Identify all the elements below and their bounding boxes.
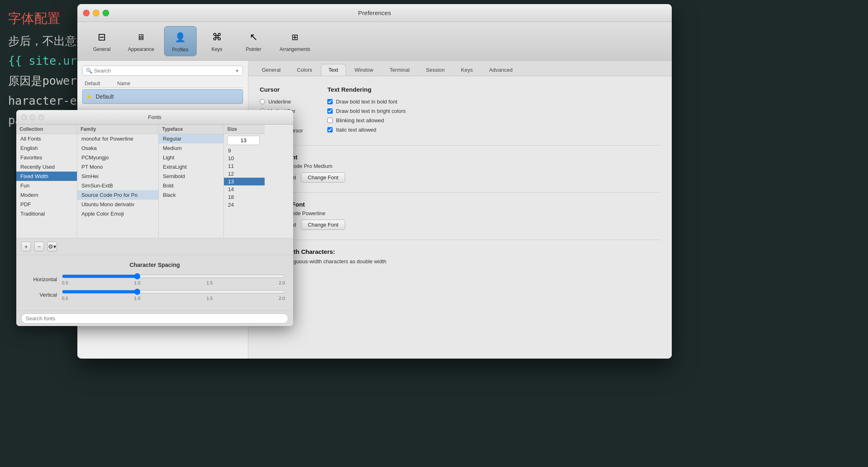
horizontal-ticks: 0.51.01.52.0 xyxy=(62,280,285,285)
collection-favorites[interactable]: Favorites xyxy=(16,153,77,162)
horizontal-spacing-row: Horizontal 0.51.01.52.0 xyxy=(24,273,285,285)
typeface-light[interactable]: Light xyxy=(159,153,224,162)
fonts-traffic-lights xyxy=(21,115,44,120)
blinking-text-option[interactable]: Blinking text allowed xyxy=(327,117,406,123)
family-pcmyungjo[interactable]: PCMyungjo xyxy=(77,153,158,162)
fonts-zoom-button[interactable] xyxy=(38,115,44,120)
draw-bold-font-checkbox[interactable] xyxy=(327,99,333,104)
horizontal-slider[interactable] xyxy=(62,273,285,280)
collection-list[interactable]: All Fonts English Favorites Recently Use… xyxy=(16,134,77,238)
toolbar-item-keys[interactable]: ⌘ Keys xyxy=(201,26,233,56)
size-10[interactable]: 10 xyxy=(224,154,265,162)
typeface-bold[interactable]: Bold xyxy=(159,181,224,190)
family-apple-color-emoji[interactable]: Apple Color Emoji xyxy=(77,209,158,218)
toolbar-item-arrangements[interactable]: ⊞ Arrangements xyxy=(274,26,316,56)
typeface-regular[interactable]: Regular xyxy=(159,134,224,143)
toolbar-label-arrangements: Arrangements xyxy=(280,46,310,52)
fonts-minimize-button[interactable] xyxy=(30,115,35,120)
tab-text[interactable]: Text xyxy=(321,64,346,76)
collection-fun[interactable]: Fun xyxy=(16,181,77,190)
family-pt-mono[interactable]: PT Mono xyxy=(77,162,158,172)
tab-keys[interactable]: Keys xyxy=(453,64,480,76)
family-simsun[interactable]: SimSun-ExtB xyxy=(77,181,158,190)
zoom-button[interactable] xyxy=(103,10,109,16)
fonts-title-bar: Fonts xyxy=(16,110,293,125)
regular-font-info: 13pt Source Code Pro Medium xyxy=(260,163,660,169)
toolbar-item-general[interactable]: ⊟ General xyxy=(85,26,118,56)
family-simhei[interactable]: SimHei xyxy=(77,172,158,181)
family-source-code-pro[interactable]: Source Code Pro for Po xyxy=(77,190,158,200)
pointer-icon: ↖ xyxy=(246,29,261,45)
double-width-option[interactable]: Treat ambiguous-width characters as doub… xyxy=(260,258,660,264)
draw-bold-font-option[interactable]: Draw bold text in bold font xyxy=(327,99,406,105)
collection-all-fonts[interactable]: All Fonts xyxy=(16,134,77,143)
close-button[interactable] xyxy=(83,10,90,16)
remove-collection-button[interactable]: − xyxy=(34,242,44,251)
tab-window[interactable]: Window xyxy=(347,64,381,76)
size-11[interactable]: 11 xyxy=(224,162,265,170)
typeface-semibold[interactable]: Semibold xyxy=(159,172,224,181)
keys-icon: ⌘ xyxy=(209,29,225,45)
tab-advanced[interactable]: Advanced xyxy=(481,64,520,76)
typeface-medium[interactable]: Medium xyxy=(159,143,224,153)
vertical-slider[interactable] xyxy=(62,289,285,295)
family-list[interactable]: monofur for Powerline Osaka PCMyungjo PT… xyxy=(77,134,158,238)
collection-english[interactable]: English xyxy=(16,143,77,153)
draw-bold-bright-checkbox[interactable] xyxy=(327,108,333,114)
tab-colors[interactable]: Colors xyxy=(289,64,320,76)
collection-header: Collection xyxy=(16,125,77,134)
collection-fixed-width[interactable]: Fixed Width xyxy=(16,172,77,181)
toolbar-item-profiles[interactable]: 👤 Profiles xyxy=(164,26,197,56)
divider-1 xyxy=(260,145,660,145)
collection-actions-button[interactable]: ⚙▾ xyxy=(47,242,57,251)
family-header: Family xyxy=(77,125,158,134)
collection-pdf[interactable]: PDF xyxy=(16,200,77,209)
size-12[interactable]: 12 xyxy=(224,170,265,178)
tab-terminal[interactable]: Terminal xyxy=(382,64,417,76)
size-9[interactable]: 9 xyxy=(224,147,265,154)
typeface-black[interactable]: Black xyxy=(159,190,224,200)
blinking-text-label: Blinking text allowed xyxy=(336,117,384,123)
tab-session[interactable]: Session xyxy=(418,64,452,76)
cursor-underline-radio[interactable] xyxy=(260,99,265,104)
cursor-underline-option[interactable]: Underline xyxy=(260,99,303,105)
toolbar-item-pointer[interactable]: ↖ Pointer xyxy=(237,26,270,56)
family-monofur[interactable]: monofur for Powerline xyxy=(77,134,158,143)
collection-traditional[interactable]: Traditional xyxy=(16,209,77,218)
blinking-text-checkbox[interactable] xyxy=(327,118,333,123)
regular-change-font-button[interactable]: Change Font xyxy=(301,172,345,183)
size-input[interactable] xyxy=(227,136,260,145)
fonts-close-button[interactable] xyxy=(21,115,27,120)
regular-font-section: Regular Font 13pt Source Code Pro Medium… xyxy=(260,154,660,183)
fonts-panel-title: Fonts xyxy=(148,114,162,120)
window-title: Preferences xyxy=(358,9,391,16)
add-collection-button[interactable]: + xyxy=(21,242,31,251)
profile-row-default[interactable]: ★ Default xyxy=(82,89,243,104)
collection-recently-used[interactable]: Recently Used xyxy=(16,162,77,172)
draw-bold-bright-option[interactable]: Draw bold text in bright colors xyxy=(327,108,406,114)
traffic-lights xyxy=(83,10,109,16)
size-18[interactable]: 18 xyxy=(224,193,265,201)
vertical-slider-container: 0.51.01.52.0 xyxy=(62,289,285,301)
vertical-label: Vertical xyxy=(24,292,57,298)
size-13[interactable]: 13 xyxy=(224,178,265,185)
typeface-list[interactable]: Regular Medium Light ExtraLight Semibold… xyxy=(159,134,224,238)
toolbar-item-appearance[interactable]: 🖥 Appearance xyxy=(122,26,160,56)
typeface-extralight[interactable]: ExtraLight xyxy=(159,162,224,172)
family-osaka[interactable]: Osaka xyxy=(77,143,158,153)
search-dropdown-icon[interactable]: ▼ xyxy=(235,68,239,73)
minimize-button[interactable] xyxy=(93,10,99,16)
divider-3 xyxy=(260,240,660,240)
tab-general[interactable]: General xyxy=(254,64,288,76)
nonascii-change-font-button[interactable]: Change Font xyxy=(301,220,345,230)
profile-table-header: Default Name xyxy=(82,80,243,88)
collection-modern[interactable]: Modern xyxy=(16,190,77,200)
family-ubuntu-mono[interactable]: Ubuntu Mono derivativ xyxy=(77,200,158,209)
profile-search-input[interactable] xyxy=(94,68,235,74)
italic-text-checkbox[interactable] xyxy=(327,127,333,132)
size-24[interactable]: 24 xyxy=(224,201,265,209)
size-list[interactable]: 9 10 11 12 13 14 18 24 xyxy=(224,147,265,238)
fonts-search-input[interactable] xyxy=(21,313,288,324)
size-14[interactable]: 14 xyxy=(224,185,265,193)
italic-text-option[interactable]: Italic text allowed xyxy=(327,127,406,133)
